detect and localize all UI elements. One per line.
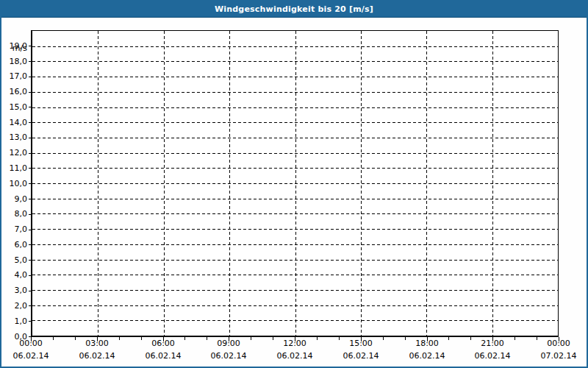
x-tick-date-label: 06.02.14 [205,352,252,361]
x-gridline [164,31,165,336]
y-axis-tick [29,291,31,291]
y-tick-label: 13,0 [1,132,27,142]
y-tick-label: 2,0 [1,301,27,311]
y-axis-tick [29,122,31,123]
y-tick-label: 14,0 [1,118,27,127]
x-gridline [492,31,493,336]
x-gridline [98,31,98,336]
y-tick-label: 17,0 [1,71,27,81]
x-gridline [295,31,296,336]
y-axis-tick [29,305,31,306]
x-tick-date-label: 06.02.14 [404,352,451,361]
y-axis-tick [29,214,31,215]
x-tick-time-label: 00:00 [535,339,582,348]
x-tick-time-label: 09:00 [205,339,252,348]
y-tick-label: 12,0 [1,148,27,158]
y-axis-tick [29,61,31,62]
y-axis-tick [29,260,31,261]
x-tick-time-label: 06:00 [140,339,187,348]
x-tick-time-label: 21:00 [469,339,516,348]
plot-area [31,30,559,337]
x-tick-date-label: 06.02.14 [140,352,187,361]
y-tick-label: 1,0 [1,316,27,326]
y-tick-label: 16,0 [1,87,27,96]
y-tick-label: 6,0 [1,240,27,250]
y-tick-label: 5,0 [1,255,27,265]
x-tick-time-label: 12:00 [271,339,318,348]
x-tick-time-label: 15:00 [337,339,384,348]
x-gridline [229,31,230,336]
y-axis-tick [29,107,31,107]
y-tick-label: 18,0 [1,57,27,66]
chart-title: Windgeschwindigkeit bis 20 [m/s] [215,4,373,14]
y-axis-tick [29,321,31,322]
x-tick-time-label: 03:00 [74,339,121,348]
x-tick-date-label: 06.02.14 [469,352,516,361]
y-axis-tick [29,199,31,199]
y-axis-tick [29,92,31,93]
y-tick-label: 19,0 [1,41,27,51]
y-tick-label: 15,0 [1,102,27,112]
y-tick-label: 8,0 [1,209,27,219]
y-axis-tick [29,46,31,46]
x-tick-date-label: 07.02.14 [535,352,582,361]
y-axis-tick [29,244,31,245]
x-gridline [361,31,362,336]
y-axis-tick [29,138,31,138]
y-tick-label: 11,0 [1,163,27,173]
y-axis-tick [29,153,31,154]
chart-region: m/s 0,01,02,03,04,05,06,07,08,09,010,011… [1,18,587,367]
x-tick-time-label: 00:00 [7,339,54,348]
y-tick-label: 7,0 [1,224,27,234]
y-axis-tick [29,183,31,184]
x-tick-date-label: 06.02.14 [74,352,121,361]
y-axis-tick [29,77,31,77]
y-axis-tick [29,230,31,230]
x-tick-date-label: 06.02.14 [7,352,54,361]
x-gridline [426,31,427,336]
y-tick-label: 10,0 [1,179,27,188]
x-tick-date-label: 06.02.14 [271,352,318,361]
chart-window: Windgeschwindigkeit bis 20 [m/s] m/s 0,0… [0,0,588,368]
y-axis-tick [29,168,31,169]
x-tick-date-label: 06.02.14 [337,352,384,361]
x-tick-time-label: 18:00 [404,339,451,348]
chart-title-bar: Windgeschwindigkeit bis 20 [m/s] [1,1,587,18]
y-tick-label: 3,0 [1,286,27,295]
y-axis-tick [29,275,31,276]
y-tick-label: 9,0 [1,194,27,204]
y-tick-label: 4,0 [1,270,27,280]
